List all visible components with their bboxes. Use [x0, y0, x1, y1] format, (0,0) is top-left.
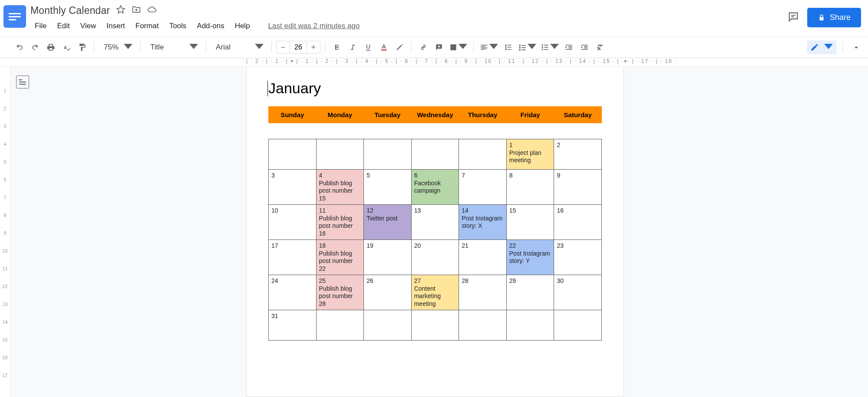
font-family-select[interactable]: Arial [211, 40, 267, 54]
menu-help[interactable]: Help [231, 20, 254, 32]
calendar-cell[interactable]: 14Post Instagram story: X [459, 205, 507, 240]
calendar-cell[interactable]: 15 [506, 205, 554, 240]
print-button[interactable] [43, 40, 58, 55]
day-header[interactable]: Wednesday [411, 107, 459, 123]
calendar-cell[interactable]: 17 [269, 240, 317, 275]
italic-button[interactable] [345, 40, 360, 55]
calendar-body-table[interactable]: 1Project plan meeting234Publish blog pos… [268, 139, 602, 341]
calendar-cell[interactable] [554, 310, 602, 341]
collapse-toolbar-button[interactable] [849, 40, 864, 55]
calendar-cell[interactable]: 18Publish blog post number 22 [316, 240, 364, 275]
underline-button[interactable] [361, 40, 376, 55]
calendar-cell[interactable]: 29 [506, 275, 554, 310]
day-header[interactable]: Friday [506, 107, 554, 123]
calendar-cell[interactable] [411, 139, 459, 170]
add-comment-button[interactable] [432, 40, 446, 55]
calendar-cell[interactable]: 1Project plan meeting [506, 139, 554, 170]
day-header[interactable]: Sunday [269, 107, 317, 123]
calendar-cell[interactable]: 8 [506, 170, 554, 205]
calendar-header-table[interactable]: SundayMondayTuesdayWednesdayThursdayFrid… [268, 106, 602, 123]
insert-link-button[interactable] [416, 40, 431, 55]
move-icon[interactable] [132, 5, 141, 16]
text-color-button[interactable] [376, 40, 391, 55]
last-edit-link[interactable]: Last edit was 2 minutes ago [264, 20, 364, 32]
horizontal-ruler[interactable]: | · 2 · | · 1 · | ▾ | · 1 · | · 2 · | · … [0, 58, 868, 67]
cloud-status-icon[interactable] [147, 5, 157, 16]
paint-format-button[interactable] [75, 40, 89, 55]
calendar-cell[interactable] [411, 310, 459, 341]
menu-file[interactable]: File [30, 20, 51, 32]
document-canvas[interactable]: January SundayMondayTuesdayWednesdayThur… [35, 67, 868, 397]
calendar-cell[interactable]: 12Twitter post [364, 205, 412, 240]
calendar-cell[interactable]: 22Post Instagram story: Y [506, 240, 554, 275]
align-button[interactable] [478, 40, 500, 55]
calendar-cell[interactable]: 3 [269, 170, 317, 205]
month-title[interactable]: January [268, 80, 602, 97]
calendar-cell[interactable]: 26 [364, 275, 412, 310]
decrease-indent-button[interactable] [561, 40, 576, 55]
font-size-input[interactable] [290, 41, 307, 53]
font-size-increase[interactable]: + [307, 41, 320, 54]
calendar-cell[interactable]: 31 [269, 310, 317, 341]
document-title[interactable]: Monthly Calendar [30, 5, 110, 16]
vertical-ruler[interactable]: 1234567891011121314151617 [0, 67, 10, 397]
calendar-cell[interactable]: 23 [554, 240, 602, 275]
calendar-cell[interactable] [506, 310, 554, 341]
calendar-cell[interactable]: 28 [459, 275, 507, 310]
calendar-cell[interactable] [316, 310, 364, 341]
calendar-cell[interactable] [459, 310, 507, 341]
checklist-button[interactable] [516, 40, 538, 55]
calendar-cell[interactable] [364, 139, 412, 170]
calendar-cell[interactable]: 21 [459, 240, 507, 275]
calendar-cell[interactable]: 16 [554, 205, 602, 240]
calendar-cell[interactable]: 24 [269, 275, 317, 310]
calendar-cell[interactable]: 4Publish blog post number 15 [316, 170, 364, 205]
menu-tools[interactable]: Tools [165, 20, 191, 32]
calendar-cell[interactable]: 25Publish blog post number 28 [316, 275, 364, 310]
star-icon[interactable] [116, 5, 125, 16]
redo-button[interactable] [28, 40, 43, 55]
calendar-cell[interactable]: 11Publish blog post number 16 [316, 205, 364, 240]
share-button[interactable]: Share [807, 8, 861, 27]
page[interactable]: January SundayMondayTuesdayWednesdayThur… [246, 67, 624, 397]
day-header[interactable]: Thursday [459, 107, 507, 123]
insert-image-button[interactable] [447, 40, 469, 55]
show-outline-button[interactable] [16, 75, 29, 89]
calendar-cell[interactable]: 10 [269, 205, 317, 240]
spellcheck-button[interactable] [59, 40, 74, 55]
zoom-select[interactable]: 75% [99, 40, 136, 54]
paragraph-style-select[interactable]: Title [145, 40, 201, 54]
calendar-cell[interactable]: 6Facebook campaign [411, 170, 459, 205]
highlight-color-button[interactable] [392, 40, 407, 55]
google-docs-icon[interactable] [3, 5, 26, 28]
calendar-cell[interactable]: 30 [554, 275, 602, 310]
font-size-decrease[interactable]: − [277, 41, 290, 54]
calendar-cell[interactable] [364, 310, 412, 341]
menu-format[interactable]: Format [131, 20, 163, 32]
increase-indent-button[interactable] [577, 40, 592, 55]
bulleted-list-button[interactable] [539, 40, 561, 55]
comment-history-icon[interactable] [787, 11, 799, 25]
menu-addons[interactable]: Add-ons [192, 20, 228, 32]
calendar-cell[interactable]: 20 [411, 240, 459, 275]
calendar-cell[interactable]: 13 [411, 205, 459, 240]
calendar-cell[interactable] [316, 139, 364, 170]
day-header[interactable]: Saturday [554, 107, 602, 123]
menu-insert[interactable]: Insert [102, 20, 129, 32]
calendar-cell[interactable]: 7 [459, 170, 507, 205]
day-header[interactable]: Monday [316, 107, 364, 123]
calendar-cell[interactable]: 27Content marketing meeting [411, 275, 459, 310]
day-header[interactable]: Tuesday [364, 107, 412, 123]
calendar-cell[interactable]: 5 [364, 170, 412, 205]
clear-formatting-button[interactable] [593, 40, 607, 55]
calendar-cell[interactable]: 19 [364, 240, 412, 275]
bold-button[interactable] [330, 40, 344, 55]
calendar-cell[interactable]: 2 [554, 139, 602, 170]
calendar-cell[interactable]: 9 [554, 170, 602, 205]
line-spacing-button[interactable] [501, 40, 515, 55]
editing-mode-button[interactable] [807, 40, 836, 54]
calendar-cell[interactable] [459, 139, 507, 170]
undo-button[interactable] [12, 40, 27, 55]
menu-edit[interactable]: Edit [53, 20, 74, 32]
menu-view[interactable]: View [76, 20, 101, 32]
